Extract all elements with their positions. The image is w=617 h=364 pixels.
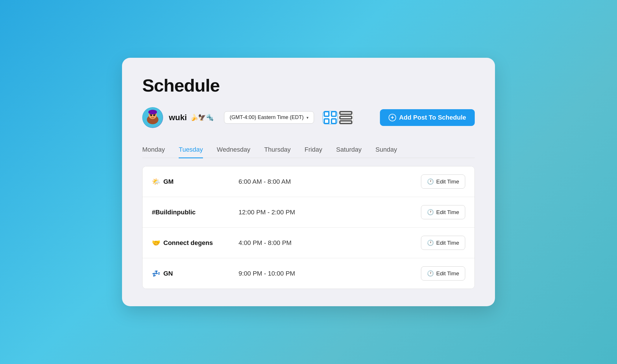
clock-icon: 🕐 [427, 270, 434, 277]
svg-point-5 [150, 114, 152, 116]
day-tab-wednesday[interactable]: Wednesday [217, 142, 250, 158]
grid-icon [323, 110, 337, 125]
svg-rect-15 [340, 121, 352, 123]
list-icon [339, 110, 353, 125]
schedule-row-connect-degens: 🤝Connect degens4:00 PM - 8:00 PM🕐Edit Ti… [143, 228, 474, 258]
svg-rect-8 [149, 110, 156, 113]
avatar-image [142, 107, 163, 128]
plus-icon: + [389, 114, 396, 121]
edit-time-label: Edit Time [436, 270, 459, 277]
grid-view-button[interactable] [323, 111, 338, 124]
avatar-svg [143, 107, 163, 128]
timezone-selector[interactable]: (GMT-4:00) Eastern Time (EDT) ▾ [224, 111, 314, 124]
svg-rect-10 [332, 112, 336, 116]
clock-icon: 🕐 [427, 209, 434, 216]
schedule-time-gm: 6:00 AM - 8:00 AM [239, 178, 421, 185]
svg-point-6 [153, 114, 155, 116]
edit-time-button-gm[interactable]: 🕐Edit Time [421, 174, 465, 189]
view-toggle [323, 111, 353, 124]
schedule-row-gn: 💤GN9:00 PM - 10:00 PM🕐Edit Time [143, 258, 474, 289]
add-post-button[interactable]: + Add Post To Schedule [380, 109, 475, 126]
edit-time-label: Edit Time [436, 240, 459, 246]
schedule-emoji-connect-degens: 🤝 [152, 239, 160, 247]
schedule-list: 🌤️GM6:00 AM - 8:00 AM🕐Edit Time#Buildinp… [142, 166, 475, 289]
clock-icon: 🕐 [427, 178, 434, 185]
schedule-text-buildinpublic: #Buildinpublic [152, 209, 196, 216]
page-title: Schedule [142, 75, 475, 96]
svg-rect-13 [340, 112, 352, 114]
schedule-time-buildinpublic: 12:00 PM - 2:00 PM [239, 209, 421, 216]
svg-rect-11 [324, 119, 329, 123]
edit-time-label: Edit Time [436, 179, 459, 185]
username: wuki [169, 113, 187, 122]
edit-time-button-buildinpublic[interactable]: 🕐Edit Time [421, 205, 465, 219]
schedule-text-connect-degens: Connect degens [163, 239, 213, 247]
schedule-label-gn: 💤GN [152, 270, 233, 278]
main-card: Schedule [122, 58, 495, 307]
day-tab-saturday[interactable]: Saturday [336, 142, 361, 158]
timezone-label: (GMT-4:00) Eastern Time (EDT) [230, 114, 304, 120]
schedule-row-gm: 🌤️GM6:00 AM - 8:00 AM🕐Edit Time [143, 166, 474, 197]
avatar [142, 107, 163, 128]
svg-rect-14 [340, 116, 352, 119]
edit-time-button-gn[interactable]: 🕐Edit Time [421, 266, 465, 281]
schedule-emoji-gm: 🌤️ [152, 178, 160, 186]
day-tab-thursday[interactable]: Thursday [264, 142, 291, 158]
edit-time-button-connect-degens[interactable]: 🕐Edit Time [421, 236, 465, 250]
day-tab-tuesday[interactable]: Tuesday [179, 142, 203, 158]
schedule-label-gm: 🌤️GM [152, 178, 233, 186]
schedule-emoji-gn: 💤 [152, 270, 160, 278]
schedule-text-gm: GM [163, 178, 173, 185]
user-emojis: 🍌🦅🔩 [190, 114, 214, 121]
list-view-button[interactable] [338, 111, 353, 124]
schedule-label-connect-degens: 🤝Connect degens [152, 239, 233, 247]
user-info: wuki 🍌🦅🔩 [169, 113, 214, 122]
chevron-down-icon: ▾ [306, 115, 308, 120]
svg-rect-12 [332, 119, 336, 123]
toolbar: wuki 🍌🦅🔩 (GMT-4:00) Eastern Time (EDT) ▾ [142, 107, 475, 128]
svg-rect-9 [324, 112, 329, 116]
day-tab-monday[interactable]: Monday [142, 142, 165, 158]
schedule-text-gn: GN [163, 270, 173, 277]
schedule-time-gn: 9:00 PM - 10:00 PM [239, 270, 421, 277]
schedule-label-buildinpublic: #Buildinpublic [152, 209, 233, 216]
schedule-row-buildinpublic: #Buildinpublic12:00 PM - 2:00 PM🕐Edit Ti… [143, 197, 474, 228]
day-tab-sunday[interactable]: Sunday [376, 142, 397, 158]
schedule-time-connect-degens: 4:00 PM - 8:00 PM [239, 239, 421, 247]
edit-time-label: Edit Time [436, 209, 459, 216]
days-nav: MondayTuesdayWednesdayThursdayFridaySatu… [142, 142, 475, 158]
add-post-label: Add Post To Schedule [399, 114, 466, 121]
clock-icon: 🕐 [427, 239, 434, 246]
day-tab-friday[interactable]: Friday [304, 142, 322, 158]
